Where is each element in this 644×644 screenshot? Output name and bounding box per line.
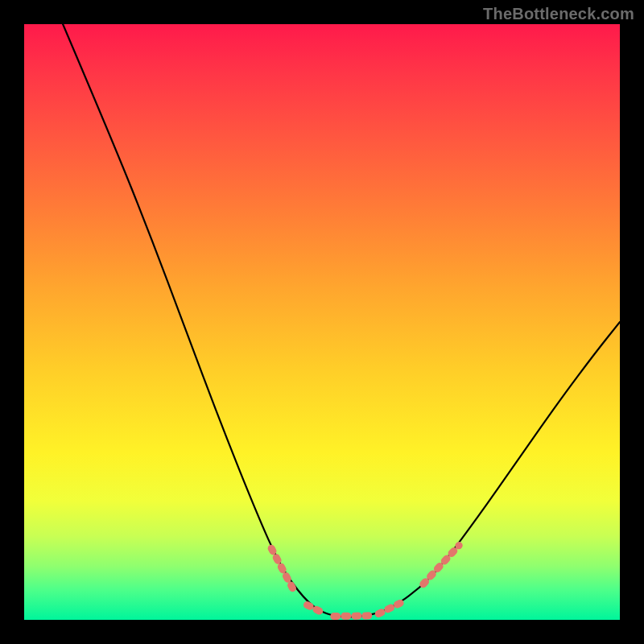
plot-area (24, 24, 620, 620)
main-curve (63, 24, 620, 617)
highlight-segment (423, 546, 459, 584)
highlight-segment (271, 548, 295, 593)
highlight-segment (308, 605, 325, 614)
highlight-segments (271, 546, 459, 617)
highlight-segment (378, 602, 402, 614)
chart-frame: TheBottleneck.com (0, 0, 644, 644)
highlight-segment (334, 616, 369, 617)
watermark-text: TheBottleneck.com (483, 5, 634, 23)
curve-svg (24, 24, 620, 620)
